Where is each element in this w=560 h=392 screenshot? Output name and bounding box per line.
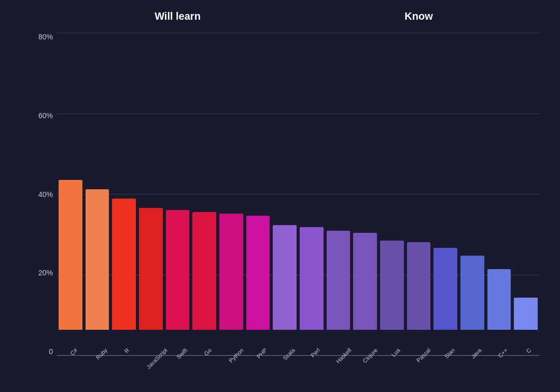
bar-r bbox=[112, 199, 136, 330]
y-axis-label: 20% bbox=[31, 269, 57, 277]
bar-label-container: Java bbox=[460, 330, 484, 356]
bar-label: Python bbox=[228, 347, 245, 364]
bar-label-container: Lua bbox=[380, 330, 404, 356]
bar-javascript bbox=[139, 208, 163, 330]
bar-group: Swift bbox=[164, 33, 191, 356]
bar-label-container: PHP bbox=[246, 330, 270, 356]
y-axis: 020%40%60%80% bbox=[31, 27, 57, 382]
bar-label-container: C++ bbox=[487, 330, 511, 356]
header-know: Know bbox=[298, 10, 539, 22]
bar-label-container: Python bbox=[219, 330, 243, 356]
bar-label-container: Swift bbox=[166, 330, 190, 356]
bar-group: C bbox=[512, 33, 539, 356]
y-axis-label: 0 bbox=[31, 347, 57, 356]
bar-group: Python bbox=[218, 33, 245, 356]
y-axis-label: 60% bbox=[31, 111, 57, 120]
bar-group: C# bbox=[57, 33, 84, 356]
y-axis-label: 40% bbox=[31, 190, 57, 199]
bar-label-container: Scala bbox=[273, 330, 297, 356]
bar-label-container: Stan bbox=[433, 330, 457, 356]
bar-label: C bbox=[525, 347, 533, 354]
bar-group: Perl bbox=[298, 33, 325, 356]
bar-label-container: C bbox=[514, 330, 538, 356]
bar-lua bbox=[380, 241, 404, 330]
bar-swift bbox=[166, 210, 190, 330]
bar-scala bbox=[273, 225, 297, 330]
bar-group: Ruby bbox=[84, 33, 111, 356]
bar-label: R bbox=[123, 347, 131, 354]
bar-group: Stan bbox=[432, 33, 459, 356]
bar-ruby bbox=[86, 189, 109, 330]
bar-php bbox=[246, 216, 270, 330]
bar-label-container: R bbox=[112, 330, 136, 356]
bar-group: PHP bbox=[245, 33, 272, 356]
bar-stan bbox=[433, 248, 457, 330]
bar-label: Haskell bbox=[334, 347, 352, 365]
bar-cplus+ bbox=[487, 269, 511, 330]
bar-label-container: Clojure bbox=[353, 330, 377, 356]
bar-group: Java bbox=[459, 33, 486, 356]
header-will-learn: Will learn bbox=[57, 10, 298, 22]
bar-label-container: Haskell bbox=[327, 330, 351, 356]
bar-label-container: Pascal bbox=[407, 330, 431, 356]
bar-java bbox=[460, 256, 484, 330]
bar-label: Clojure bbox=[361, 347, 379, 364]
bar-label: Swift bbox=[175, 347, 188, 360]
chart-area: C#RubyRJavaScriptSwiftGoPythonPHPScalaPe… bbox=[57, 27, 539, 382]
chart-body: 020%40%60%80% C#RubyRJavaScriptSwiftGoPy… bbox=[31, 27, 539, 382]
bars-area: C#RubyRJavaScriptSwiftGoPythonPHPScalaPe… bbox=[57, 27, 539, 382]
bar-python bbox=[219, 214, 243, 330]
bar-label: Scala bbox=[282, 347, 297, 361]
bar-group: Lua bbox=[379, 33, 405, 356]
bar-label-container: Go bbox=[192, 330, 216, 356]
bar-label: C# bbox=[69, 347, 78, 356]
bar-group: Go bbox=[191, 33, 218, 356]
bar-group: R bbox=[110, 33, 137, 356]
bar-label: Java bbox=[470, 347, 483, 360]
bar-label-container: C# bbox=[59, 330, 82, 356]
bar-label: Pascal bbox=[415, 347, 432, 363]
bar-label: PHP bbox=[256, 347, 268, 359]
bar-haskell bbox=[327, 231, 351, 330]
bar-group: Clojure bbox=[352, 33, 379, 356]
bar-group: Haskell bbox=[325, 33, 352, 356]
bar-group: Pascal bbox=[405, 33, 432, 356]
y-axis-label: 80% bbox=[31, 33, 57, 41]
bar-label: Stan bbox=[443, 347, 456, 359]
bar-label-container: JavaScript bbox=[139, 330, 163, 356]
bar-csharp bbox=[59, 180, 82, 330]
bar-label: JavaScript bbox=[145, 347, 169, 370]
bar-pascal bbox=[407, 242, 431, 330]
bar-label: Ruby bbox=[94, 347, 108, 361]
bar-perl bbox=[300, 227, 324, 330]
bar-clojure bbox=[353, 233, 377, 330]
bar-group: Scala bbox=[271, 33, 298, 356]
bar-group: C++ bbox=[486, 33, 513, 356]
bar-label: Perl bbox=[310, 347, 321, 358]
bar-label: C++ bbox=[497, 347, 509, 359]
bar-go bbox=[192, 212, 216, 330]
chart-container: Will learn Know 020%40%60%80% C#RubyRJav… bbox=[31, 10, 539, 382]
chart-headers: Will learn Know bbox=[31, 10, 539, 22]
bar-label-container: Perl bbox=[300, 330, 324, 356]
bar-group: JavaScript bbox=[137, 33, 164, 356]
bar-c bbox=[514, 298, 538, 330]
bar-label: Lua bbox=[390, 347, 401, 358]
bar-label: Go bbox=[203, 347, 213, 357]
bar-label-container: Ruby bbox=[86, 330, 109, 356]
